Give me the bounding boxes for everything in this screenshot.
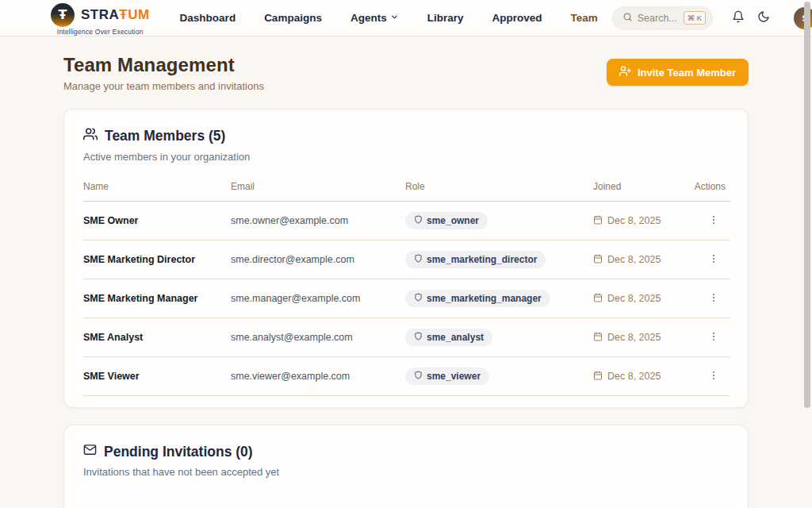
column-header-role: Role — [405, 174, 593, 202]
member-role-cell: sme_viewer — [405, 357, 593, 396]
search-shortcut-badge: ⌘ K — [684, 11, 706, 25]
calendar-icon — [593, 371, 603, 383]
shield-icon — [414, 215, 423, 226]
member-actions-cell — [672, 202, 730, 241]
table-row: SME Owner sme.owner@example.com sme_owne… — [83, 202, 730, 241]
nav-item-campaigns[interactable]: Campaigns — [264, 12, 322, 24]
theme-toggle-button[interactable] — [754, 7, 773, 29]
member-role-cell: sme_owner — [405, 202, 593, 241]
main-nav: Dashboard Campaigns Agents Library Appro… — [180, 12, 598, 24]
member-name: SME Marketing Director — [83, 241, 231, 279]
column-header-name: Name — [83, 174, 231, 202]
member-email: sme.owner@example.com — [231, 202, 405, 241]
member-email: sme.manager@example.com — [231, 279, 405, 318]
kebab-menu-icon — [708, 294, 719, 306]
table-row: SME Analyst sme.analyst@example.com sme_… — [83, 318, 730, 357]
main-content: Team Management Manage your team members… — [63, 37, 749, 508]
pending-invitations-subtitle: Invitations that have not been accepted … — [83, 466, 729, 478]
member-actions-cell — [672, 318, 730, 357]
member-email: sme.director@example.com — [231, 241, 405, 279]
search-input[interactable] — [638, 13, 679, 24]
role-badge: sme_marketing_director — [405, 251, 546, 268]
kebab-menu-icon — [708, 216, 719, 228]
invite-team-member-button[interactable]: Invite Team Member — [607, 59, 749, 86]
member-name: SME Analyst — [83, 318, 231, 357]
member-actions-cell — [672, 357, 730, 396]
member-joined: Dec 8, 2025 — [593, 318, 672, 357]
calendar-icon — [593, 215, 603, 227]
member-role-cell: sme_marketing_director — [405, 241, 593, 279]
search-box[interactable]: ⌘ K — [612, 6, 713, 30]
role-badge: sme_owner — [405, 212, 488, 229]
team-members-table: Name Email Role Joined Actions SME Owner… — [83, 174, 730, 396]
brand-tagline: Intelligence Over Execution — [57, 28, 144, 36]
calendar-icon — [593, 293, 603, 305]
calendar-icon — [593, 332, 603, 344]
team-members-card: Team Members (5) Active members in your … — [63, 109, 749, 408]
brand-wordmark: STRAŦUM — [81, 7, 150, 23]
user-plus-icon — [619, 65, 631, 79]
nav-item-library[interactable]: Library — [427, 12, 464, 24]
moon-icon — [757, 10, 770, 25]
topbar-right-group: ⌘ K S sme.owner@example.com — [612, 6, 812, 30]
brand-logo-icon: Ŧ — [51, 3, 75, 27]
member-role-cell: sme_analyst — [405, 318, 593, 357]
member-name: SME Marketing Manager — [83, 279, 231, 318]
kebab-menu-icon — [708, 333, 719, 344]
member-email: sme.analyst@example.com — [231, 318, 405, 357]
table-header-row: Name Email Role Joined Actions — [83, 174, 730, 202]
kebab-menu-icon — [708, 255, 719, 267]
member-name: SME Viewer — [83, 357, 231, 396]
table-row: SME Viewer sme.viewer@example.com sme_vi… — [83, 357, 730, 396]
shield-icon — [414, 371, 423, 382]
member-email: sme.viewer@example.com — [231, 357, 405, 396]
member-joined: Dec 8, 2025 — [593, 357, 672, 396]
nav-item-approved[interactable]: Approved — [492, 12, 542, 24]
member-joined: Dec 8, 2025 — [593, 241, 672, 279]
kebab-menu-icon — [708, 371, 719, 383]
team-members-rows: SME Owner sme.owner@example.com sme_owne… — [83, 202, 730, 396]
search-icon — [622, 11, 633, 25]
page-title: Team Management — [63, 54, 264, 76]
pending-invitations-title: Pending Invitations (0) — [83, 443, 729, 460]
page-scrollbar[interactable] — [804, 0, 810, 508]
member-actions-cell — [672, 279, 730, 318]
shield-icon — [414, 332, 423, 343]
member-actions-cell — [672, 241, 730, 279]
shield-icon — [414, 293, 423, 304]
chevron-down-icon — [390, 12, 399, 24]
row-actions-menu-button[interactable] — [705, 213, 722, 229]
role-badge: sme_analyst — [405, 329, 492, 346]
top-navigation-bar: Ŧ STRAŦUM Intelligence Over Execution Da… — [0, 0, 812, 37]
row-actions-menu-button[interactable] — [705, 291, 722, 307]
column-header-joined: Joined — [593, 174, 672, 202]
shield-icon — [414, 254, 423, 265]
pending-invitations-card: Pending Invitations (0) Invitations that… — [63, 425, 749, 508]
team-members-title: Team Members (5) — [83, 127, 729, 145]
table-row: SME Marketing Manager sme.manager@exampl… — [83, 279, 730, 318]
member-role-cell: sme_marketing_manager — [405, 279, 593, 318]
table-row: SME Marketing Director sme.director@exam… — [83, 241, 730, 279]
calendar-icon — [593, 254, 603, 266]
mail-icon — [83, 443, 97, 460]
role-badge: sme_marketing_manager — [405, 290, 550, 307]
row-actions-menu-button[interactable] — [705, 368, 722, 385]
member-joined: Dec 8, 2025 — [593, 279, 672, 318]
member-joined: Dec 8, 2025 — [593, 202, 672, 241]
row-actions-menu-button[interactable] — [705, 252, 722, 268]
brand-logo[interactable]: Ŧ STRAŦUM Intelligence Over Execution — [51, 1, 150, 36]
scrollbar-thumb[interactable] — [804, 2, 810, 408]
row-actions-menu-button[interactable] — [705, 329, 722, 346]
notifications-bell-button[interactable] — [729, 7, 748, 29]
column-header-email: Email — [231, 174, 405, 202]
bell-icon — [732, 10, 745, 25]
page-subtitle: Manage your team members and invitations — [63, 80, 264, 92]
nav-item-agents[interactable]: Agents — [350, 12, 399, 24]
member-name: SME Owner — [83, 202, 231, 241]
column-header-actions: Actions — [672, 174, 730, 202]
nav-item-team[interactable]: Team — [570, 12, 597, 24]
role-badge: sme_viewer — [405, 368, 489, 385]
nav-item-dashboard[interactable]: Dashboard — [180, 12, 236, 24]
users-icon — [83, 127, 98, 145]
team-members-subtitle: Active members in your organization — [83, 151, 729, 163]
